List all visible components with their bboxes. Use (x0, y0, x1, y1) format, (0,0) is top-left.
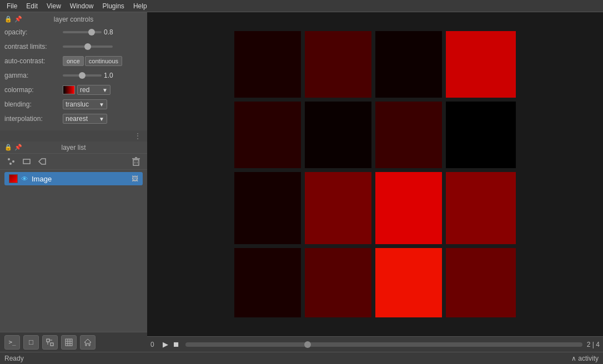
opacity-value: 0.8 (104, 28, 117, 36)
autocontrast-row: auto-contrast: once continuous (4, 55, 143, 67)
colormap-label: colormap: (4, 86, 63, 94)
main-area: 🔒 📌 layer controls opacity: 0.8 contrast… (0, 12, 603, 352)
grid-button[interactable] (61, 335, 77, 350)
colormap-row: colormap: red ▼ (4, 84, 143, 96)
add-points-button[interactable] (4, 156, 18, 167)
console-button[interactable]: >_ (4, 335, 20, 350)
contrast-label: contrast limits: (4, 43, 63, 50)
blending-value: transluc (66, 100, 89, 108)
menu-file[interactable]: File (2, 1, 22, 11)
interpolation-select[interactable]: nearest ▼ (63, 114, 107, 124)
blending-select[interactable]: transluc ▼ (63, 99, 107, 109)
menu-plugins[interactable]: Plugins (98, 1, 129, 11)
layer-color-swatch (9, 174, 18, 183)
stop-button[interactable]: ⏹ (172, 339, 181, 350)
gamma-label: gamma: (4, 72, 63, 79)
points-icon (7, 157, 16, 166)
cell-1-3 (375, 31, 442, 98)
cell-2-4 (446, 102, 516, 168)
progress-track[interactable] (185, 342, 582, 347)
menu-help[interactable]: Help (129, 1, 152, 11)
layer-controls-icons: 🔒 📌 (4, 16, 22, 23)
activity-button[interactable]: ∧ activity (571, 355, 599, 362)
home-button[interactable] (80, 335, 96, 350)
layer-list-title: layer list (61, 144, 86, 151)
menu-edit[interactable]: Edit (22, 1, 42, 11)
svg-rect-4 (133, 160, 139, 165)
cell-2-2 (305, 102, 371, 168)
add-shapes-button[interactable] (20, 156, 33, 167)
left-panel: 🔒 📌 layer controls opacity: 0.8 contrast… (0, 12, 147, 352)
colormap-arrow: ▼ (102, 87, 108, 93)
autocontrast-buttons: once continuous (63, 56, 143, 66)
blending-label: blending: (4, 100, 63, 108)
gamma-control: 1.0 (63, 72, 143, 79)
once-button[interactable]: once (63, 56, 84, 66)
delete-layer-button[interactable] (129, 156, 143, 167)
drag-handle[interactable]: ⋮ (0, 130, 147, 141)
svg-rect-3 (23, 159, 30, 164)
layer-list-section: 🔒 📌 layer list (0, 141, 147, 332)
pin-icon-2: 📌 (14, 144, 22, 151)
delete-icon (132, 157, 140, 166)
contrast-row: contrast limits: (4, 41, 143, 53)
grid-icon (65, 338, 73, 346)
opacity-row: opacity: 0.8 (4, 26, 143, 38)
transpose-button[interactable] (42, 335, 58, 350)
cell-1-4 (446, 31, 516, 98)
cell-4-1 (234, 248, 301, 317)
autocontrast-label: auto-contrast: (4, 57, 63, 65)
canvas-area: 0 ▶ ⏹ 2 | 4 (147, 12, 603, 352)
cell-4-3 (375, 248, 442, 317)
play-button[interactable]: ▶ (162, 339, 169, 350)
continuous-button[interactable]: continuous (85, 56, 122, 66)
interpolation-label: interpolation: (4, 115, 63, 123)
statusbar: Ready ∧ activity (0, 352, 603, 364)
layer-controls-panel: 🔒 📌 layer controls opacity: 0.8 contrast… (0, 12, 147, 130)
cell-2-3 (375, 102, 442, 168)
cell-1-2 (305, 31, 371, 98)
layer-controls-header: 🔒 📌 layer controls (4, 16, 143, 23)
colormap-control: red ▼ (63, 85, 143, 95)
blending-row: blending: transluc ▼ (4, 98, 143, 110)
svg-point-1 (12, 160, 14, 163)
playback-bar: 0 ▶ ⏹ 2 | 4 (147, 336, 603, 352)
layer-list-header-icons: 🔒 📌 (4, 144, 22, 151)
add-labels-button[interactable] (36, 156, 49, 167)
contrast-control (63, 46, 143, 48)
cell-1-1 (234, 31, 301, 98)
transpose-icon (46, 338, 54, 346)
svg-rect-17 (66, 339, 72, 346)
gamma-row: gamma: 1.0 (4, 69, 143, 82)
pin-icon: 📌 (14, 16, 22, 23)
interpolation-row: interpolation: nearest ▼ (4, 113, 143, 125)
menu-window[interactable]: Window (66, 1, 98, 11)
gamma-value: 1.0 (104, 72, 117, 79)
ndisplay-button[interactable]: □ (23, 335, 39, 350)
cell-3-3 (375, 172, 442, 244)
image-svg (234, 31, 516, 317)
cell-3-1 (234, 172, 301, 244)
cell-2-1 (234, 102, 301, 168)
labels-icon (38, 157, 47, 166)
lock-icon-2: 🔒 (4, 144, 12, 151)
ndisplay-icon: □ (29, 338, 33, 346)
console-icon: >_ (8, 338, 16, 346)
layer-type-icon: 🖼 (132, 175, 138, 183)
cell-4-2 (305, 248, 371, 317)
opacity-slider[interactable] (63, 31, 102, 33)
menubar: File Edit View Window Plugins Help (0, 0, 603, 12)
cell-4-4 (446, 248, 516, 317)
colormap-select[interactable]: red ▼ (77, 85, 110, 95)
layer-visibility-toggle[interactable]: 👁 (21, 175, 28, 183)
layer-item[interactable]: 👁 Image 🖼 (4, 172, 143, 185)
bottom-toolbar: >_ □ (0, 332, 147, 352)
cell-3-4 (446, 172, 516, 244)
contrast-slider[interactable] (63, 46, 113, 48)
viewer[interactable] (147, 12, 603, 336)
menu-view[interactable]: View (42, 1, 66, 11)
opacity-control: 0.8 (63, 28, 143, 36)
gamma-slider[interactable] (63, 74, 102, 77)
svg-point-0 (8, 158, 10, 160)
lock-icon: 🔒 (4, 16, 12, 23)
